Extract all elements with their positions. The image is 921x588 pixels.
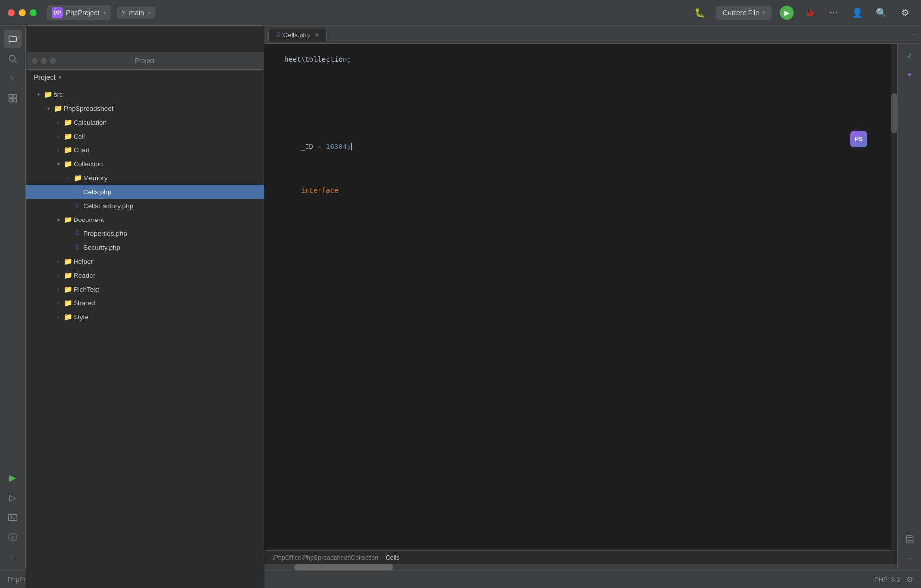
php-version-label: PHP: 8.2 <box>874 576 900 583</box>
chevron-src-icon: ▾ <box>34 92 43 97</box>
tree-label-properties-php: Properties.php <box>83 230 127 237</box>
folder-richtext-icon: 📁 <box>63 285 73 293</box>
tree-item-chart[interactable]: › 📁 Chart <box>26 143 264 157</box>
code-line-7 <box>284 119 877 130</box>
more-options-icon[interactable]: ··· <box>826 5 842 21</box>
tree-label-document: Document <box>74 216 104 223</box>
panel-maximize[interactable] <box>50 58 56 64</box>
code-line-11 <box>284 163 877 174</box>
ps-ai-badge[interactable]: PS <box>850 131 867 147</box>
breadcrumb-cells[interactable]: Cells <box>386 554 400 561</box>
check-mark-icon[interactable]: ✓ <box>902 48 918 64</box>
current-file-button[interactable]: Current File ▾ <box>716 6 772 20</box>
branch-chevron-icon: ▾ <box>148 10 151 15</box>
tab-more-icon[interactable]: ··· <box>911 30 917 39</box>
debug-icon[interactable]: 🐛 <box>692 5 708 21</box>
file-cells-icon: © <box>73 188 82 195</box>
traffic-lights <box>8 9 37 16</box>
sidebar-icon-problems[interactable]: ⓘ <box>4 528 22 546</box>
search-icon[interactable]: 🔍 <box>873 5 889 21</box>
code-line-10 <box>284 152 877 163</box>
tree-label-calculation: Calculation <box>74 119 107 126</box>
tree-item-cells-php[interactable]: © Cells.php <box>26 185 264 199</box>
editor-vscroll[interactable] <box>891 44 897 550</box>
hscroll-thumb[interactable] <box>294 564 393 570</box>
tree-label-memory: Memory <box>83 174 108 182</box>
tab-close-icon[interactable]: ✕ <box>315 32 319 38</box>
close-button[interactable] <box>8 9 15 16</box>
code-line-8 <box>284 130 877 141</box>
left-sidebar: ⑂ ▶ ▷ ⓘ ⑂ <box>0 26 26 570</box>
tree-item-security-php[interactable]: © Security.php <box>26 240 264 254</box>
vscroll-thumb[interactable] <box>891 93 897 133</box>
sparkle-icon[interactable]: ✦ <box>902 67 918 82</box>
tree-item-richtext[interactable]: › 📁 RichText <box>26 282 264 296</box>
tree-item-cellsfactory-php[interactable]: © CellsFactory.php <box>26 199 264 213</box>
breadcrumb-phpoffice[interactable]: \PhpOffice\PhpSpreadsheet\Collection <box>272 554 378 561</box>
file-properties-icon: © <box>73 230 82 237</box>
sidebar-icon-run-outline[interactable]: ▷ <box>4 489 22 507</box>
minimize-button[interactable] <box>19 9 26 16</box>
tree-item-src[interactable]: ▾ 📁 src <box>26 87 264 101</box>
tree-item-collection[interactable]: ▾ 📁 Collection <box>26 157 264 171</box>
tree-item-cell[interactable]: › 📁 Cell <box>26 129 264 143</box>
tree-item-shared[interactable]: › 📁 Shared <box>26 296 264 310</box>
project-switcher[interactable]: PP PhpProject ▾ <box>47 5 111 20</box>
tree-label-cellsfactory-php: CellsFactory.php <box>83 202 133 210</box>
account-icon[interactable]: 👤 <box>849 5 865 21</box>
settings-icon[interactable]: ⚙ <box>897 5 913 21</box>
svg-rect-3 <box>13 95 16 98</box>
status-php-version[interactable]: PHP: 8.2 <box>874 576 900 583</box>
run-button[interactable]: ▶ <box>780 6 794 20</box>
code-line-3 <box>284 75 877 86</box>
file-cellsfactory-icon: © <box>73 202 82 209</box>
sidebar-icon-run[interactable]: ▶ <box>4 469 22 487</box>
sidebar-icon-plugins[interactable] <box>4 89 22 107</box>
project-panel: Project Project ▾ ▾ 📁 src ▾ 📁 PhpSpreads… <box>26 52 264 588</box>
folder-memory-icon: 📁 <box>73 174 82 182</box>
more-vert-icon[interactable]: ··· <box>902 550 918 566</box>
sidebar-icon-folder[interactable] <box>4 30 22 48</box>
database-icon[interactable] <box>902 531 918 547</box>
tree-item-helper[interactable]: › 📁 Helper <box>26 254 264 268</box>
tree-item-properties-php[interactable]: © Properties.php <box>26 226 264 240</box>
maximize-button[interactable] <box>30 9 37 16</box>
panel-header[interactable]: Project ▾ <box>26 70 264 85</box>
tree-item-style[interactable]: › 📁 Style <box>26 310 264 324</box>
svg-rect-5 <box>13 99 16 102</box>
tree-item-phpspreadsheet[interactable]: ▾ 📁 PhpSpreadsheet <box>26 101 264 115</box>
panel-close[interactable] <box>32 58 38 64</box>
file-tab-cells-php[interactable]: © Cells.php ✕ <box>268 28 327 42</box>
code-line-4 <box>284 86 877 97</box>
debug-run-icon[interactable]: 🐞 <box>802 5 818 21</box>
panel-minimize[interactable] <box>41 58 47 64</box>
sidebar-icon-git[interactable]: ⑂ <box>4 548 22 566</box>
sidebar-icon-terminal[interactable] <box>4 509 22 526</box>
branch-selector[interactable]: ⑂ main ▾ <box>117 7 155 19</box>
tree-item-memory[interactable]: › 📁 Memory <box>26 171 264 185</box>
status-settings-button[interactable]: ⚙ <box>906 575 913 584</box>
breadcrumb-sep-1: › <box>381 555 383 561</box>
sidebar-icon-search[interactable] <box>4 50 22 68</box>
chevron-reader-icon: › <box>54 273 63 278</box>
code-line-6 <box>284 108 877 119</box>
tree-item-reader[interactable]: › 📁 Reader <box>26 268 264 282</box>
folder-src-icon: 📁 <box>43 90 53 98</box>
svg-rect-2 <box>9 95 12 98</box>
app-icon: PP <box>52 7 63 18</box>
folder-calculation-icon: 📁 <box>63 118 73 126</box>
chevron-shared-icon: › <box>54 300 63 306</box>
sidebar-icon-vcs[interactable]: ⑂ <box>4 70 22 87</box>
chevron-phpspreadsheet-icon: ▾ <box>44 106 53 111</box>
editor-area[interactable]: heet\Collection; _ID = 16384; interface <box>264 44 897 570</box>
editor-hscroll[interactable] <box>264 564 897 570</box>
tree-label-cells-php: Cells.php <box>83 188 111 196</box>
tree-label-phpspreadsheet: PhpSpreadsheet <box>64 105 114 112</box>
tree-item-document[interactable]: ▾ 📁 Document <box>26 213 264 226</box>
chevron-chart-icon: › <box>54 147 63 153</box>
tree-item-calculation[interactable]: › 📁 Calculation <box>26 115 264 129</box>
svg-rect-6 <box>8 514 17 520</box>
svg-line-1 <box>14 61 17 63</box>
folder-chart-icon: 📁 <box>63 146 73 154</box>
folder-document-icon: 📁 <box>63 216 73 223</box>
